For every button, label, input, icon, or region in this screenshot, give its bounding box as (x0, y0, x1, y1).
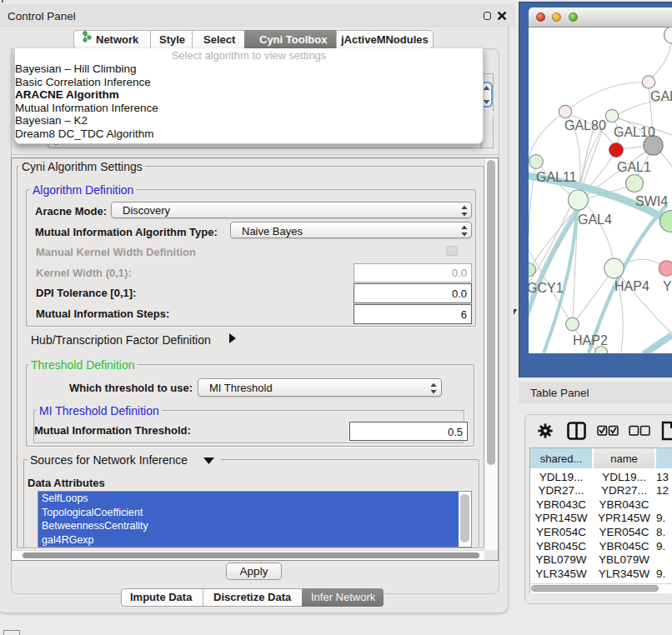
svg-text:GAL2: GAL2 (650, 89, 672, 103)
svg-text:GAL4: GAL4 (578, 212, 612, 227)
svg-text:HAP4: HAP4 (614, 279, 649, 293)
svg-text:HAP2: HAP2 (573, 333, 608, 348)
svg-text:GAL11: GAL11 (536, 170, 577, 184)
svg-text:GAL10: GAL10 (614, 125, 655, 139)
svg-text:Y: Y (663, 279, 672, 293)
svg-text:SWI4: SWI4 (635, 194, 668, 208)
svg-text:GAL80: GAL80 (564, 118, 606, 132)
svg-text:GAL1: GAL1 (617, 160, 651, 174)
svg-text:GCY1: GCY1 (529, 281, 564, 295)
